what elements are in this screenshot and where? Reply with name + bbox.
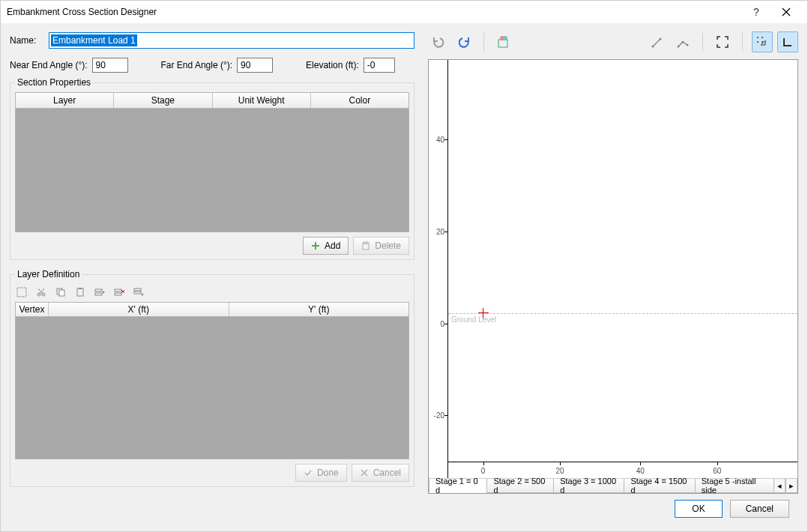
svg-rect-22 (134, 291, 141, 294)
dialog-footer: OK Cancel (10, 494, 798, 524)
stage-nav-button[interactable]: ▸ (786, 479, 798, 493)
name-input[interactable]: Embankment Load 1 (49, 32, 414, 49)
col-unit-weight[interactable]: Unit Weight (213, 93, 311, 108)
col-x[interactable]: X' (ft) (49, 303, 229, 316)
near-angle-label: Near End Angle (°): (10, 60, 88, 70)
select-icon[interactable] (15, 285, 28, 299)
svg-rect-6 (17, 288, 26, 297)
window-title: Embankment Cross Section Designer (7, 7, 157, 17)
origin-marker (478, 308, 489, 318)
snap-grid-button[interactable] (752, 31, 773, 52)
ortho-button[interactable] (777, 31, 798, 52)
titlebar: Embankment Cross Section Designer ? (1, 1, 807, 23)
section-grid-header: Layer Stage Unit Weight Color (15, 92, 409, 109)
layer-def-grid-body[interactable] (15, 317, 409, 459)
col-layer[interactable]: Layer (16, 93, 114, 108)
far-angle-label: Far End Angle (°): (161, 60, 233, 70)
cancel-button: Cancel (352, 464, 409, 482)
done-button: Done (295, 464, 347, 482)
svg-line-9 (39, 288, 44, 294)
svg-rect-17 (115, 289, 121, 291)
y-tick-label: -20 (434, 411, 444, 420)
close-button[interactable] (771, 1, 801, 23)
svg-rect-15 (95, 289, 102, 291)
ground-line (448, 313, 798, 314)
help-button[interactable]: ? (741, 1, 771, 23)
layer-definition-group: Layer Definition Vertex X' (ft) Y' (ft) (10, 269, 414, 487)
svg-rect-21 (134, 288, 141, 291)
canvas-wrap: 40200-20 0204060 Ground Level Stage 1 = … (428, 59, 798, 494)
svg-point-33 (757, 37, 759, 38)
stage-tab[interactable]: Stage 1 = 0 d (429, 479, 487, 493)
y-axis: 40200-20 (429, 60, 448, 478)
zoom-extents-button[interactable] (712, 31, 733, 52)
insert-row-icon[interactable] (93, 285, 106, 299)
x-tick-label: 60 (713, 467, 721, 475)
layer-def-toolbar (15, 284, 409, 302)
section-properties-group: Section Properties Layer Stage Unit Weig… (10, 77, 414, 260)
stage-tab[interactable]: Stage 3 = 1000 d (553, 479, 624, 493)
plot-area[interactable]: Ground Level (448, 60, 798, 462)
svg-rect-3 (312, 245, 319, 247)
near-angle-input[interactable] (92, 58, 128, 73)
y-tick-label: 20 (436, 227, 444, 235)
far-angle-input[interactable] (237, 58, 273, 73)
display-options-button[interactable] (493, 31, 514, 52)
col-color[interactable]: Color (311, 93, 408, 108)
svg-point-28 (652, 46, 654, 48)
col-vertex[interactable]: Vertex (16, 303, 49, 316)
x-tick-label: 0 (481, 467, 486, 475)
delete-row-icon[interactable] (112, 285, 126, 299)
svg-rect-4 (363, 244, 369, 250)
stage-tab[interactable]: Stage 4 = 1500 d (624, 479, 695, 493)
col-stage[interactable]: Stage (114, 93, 212, 108)
cut-icon[interactable] (34, 285, 48, 299)
svg-line-10 (38, 288, 43, 294)
copy-icon[interactable] (54, 285, 67, 299)
svg-rect-18 (115, 293, 121, 295)
stage-tabs: Stage 1 = 0 dStage 2 = 500 dStage 3 = 10… (429, 478, 798, 493)
col-y[interactable]: Y' (ft) (229, 303, 409, 316)
draw-tool-button[interactable] (647, 31, 668, 52)
svg-point-35 (757, 41, 759, 43)
undo-button[interactable] (428, 31, 449, 52)
elevation-label: Elevation (ft): (306, 60, 359, 70)
stage-tab[interactable]: Stage 2 = 500 d (486, 479, 554, 493)
svg-rect-16 (95, 293, 102, 295)
svg-point-31 (682, 41, 684, 43)
footer-cancel-button[interactable]: Cancel (730, 500, 789, 518)
redo-button[interactable] (453, 31, 474, 52)
elevation-input[interactable] (364, 58, 395, 73)
layer-definition-legend: Layer Definition (15, 269, 82, 279)
svg-rect-14 (79, 288, 82, 289)
section-properties-legend: Section Properties (15, 77, 93, 88)
check-icon (304, 468, 313, 477)
append-row-icon[interactable] (132, 285, 145, 299)
svg-point-34 (762, 37, 763, 38)
y-tick-label: 40 (436, 136, 444, 144)
edit-tool-button[interactable] (672, 31, 693, 52)
canvas-toolbar (428, 31, 798, 53)
svg-point-30 (678, 46, 680, 48)
name-label: Name: (10, 35, 44, 46)
svg-rect-5 (364, 242, 368, 244)
ok-button[interactable]: OK (675, 500, 722, 518)
trash-icon (361, 241, 370, 250)
canvas[interactable]: 40200-20 0204060 Ground Level (429, 60, 798, 478)
x-tick-label: 20 (556, 467, 564, 475)
delete-button: Delete (353, 237, 409, 255)
add-button[interactable]: Add (303, 237, 349, 255)
paste-icon[interactable] (73, 285, 87, 299)
stage-tab[interactable]: Stage 5 -install side (695, 479, 774, 493)
svg-rect-25 (498, 40, 507, 47)
svg-point-29 (660, 38, 662, 40)
svg-point-27 (503, 36, 507, 40)
name-value: Embankment Load 1 (51, 34, 137, 46)
stage-nav-button[interactable]: ◂ (774, 479, 786, 493)
plus-icon (311, 241, 320, 250)
section-grid-body[interactable] (15, 109, 409, 232)
x-tick-label: 40 (636, 467, 645, 475)
svg-rect-12 (59, 290, 64, 296)
x-axis: 0204060 (448, 462, 798, 478)
layer-def-grid-header: Vertex X' (ft) Y' (ft) (15, 302, 409, 317)
